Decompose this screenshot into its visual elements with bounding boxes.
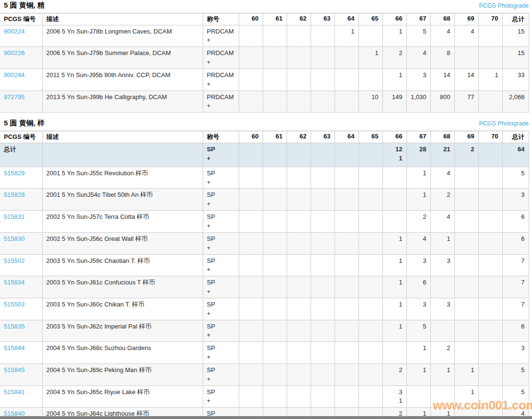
row-total: 6 — [502, 320, 529, 342]
totals-grade-69: 2 — [454, 143, 478, 167]
pcgs-number-cell: 515831 — [0, 211, 42, 233]
pcgs-number-link[interactable]: 972795 — [4, 93, 24, 101]
grade-count-60 — [239, 342, 263, 364]
pcgs-number-link[interactable]: 515844 — [4, 344, 24, 351]
grade-count-70 — [478, 254, 502, 276]
grade-count-69: 1 — [454, 363, 478, 385]
pcgs-number-link[interactable]: 515835 — [4, 323, 24, 330]
row-total: 7 — [502, 254, 529, 276]
pcgs-number-link[interactable]: 515845 — [4, 366, 24, 374]
col-header-grade-65: 65 — [359, 13, 382, 25]
grade-count-67: 1,030 — [406, 91, 430, 113]
grade-count-60 — [239, 91, 263, 113]
grade-count-60 — [239, 189, 263, 211]
grade-count-69 — [454, 167, 478, 189]
grade-count-62 — [287, 385, 311, 408]
grade-count-70 — [478, 385, 502, 408]
grade-count-69: 77 — [454, 91, 478, 113]
grade-count-60 — [239, 167, 263, 189]
col-header-grade-65: 65 — [359, 131, 382, 143]
designation-cell: PRDCAM+ — [203, 47, 239, 69]
row-total: 5 — [502, 167, 529, 189]
population-report-page: 5 圆 黄铜, 精 PCGS Photograde PCGS 编号描述称号606… — [0, 0, 532, 419]
grade-count-66: 1 — [382, 232, 406, 254]
totals-grade-62 — [287, 143, 311, 167]
designation-cell: SP+ — [203, 298, 239, 320]
photograde-link-specimen[interactable]: PCGS Photograde — [479, 121, 529, 127]
grade-count-64 — [335, 47, 359, 69]
col-header-grade-66: 66 — [382, 131, 406, 143]
row-total: 6 — [502, 211, 529, 233]
grade-count-61 — [263, 298, 287, 320]
row-total: 15 — [502, 25, 529, 47]
row-total: 5 — [502, 363, 529, 385]
grade-count-60 — [239, 47, 263, 69]
section-proof: 5 圆 黄铜, 精 PCGS Photograde PCGS 编号描述称号606… — [0, 1, 532, 113]
pcgs-number-link[interactable]: 515831 — [4, 213, 24, 220]
grade-count-60 — [239, 320, 263, 342]
pcgs-number-link[interactable]: 515834 — [4, 279, 24, 286]
grade-count-63 — [311, 189, 335, 211]
coin-description: 2001 5 Yn SunJ54c Tibet 50th An 样币 — [42, 189, 203, 211]
horizontal-scrollbar[interactable] — [0, 416, 532, 419]
grade-count-68: 8 — [430, 47, 454, 69]
designation-cell: SP+ — [203, 189, 239, 211]
pcgs-number-link[interactable]: 515503 — [4, 301, 24, 308]
pcgs-number-link[interactable]: 515828 — [4, 191, 24, 198]
coin-description: 2001 5 Yn Sun-J55c Revolution 样币 — [42, 167, 203, 189]
section-title-specimen: 5 圆 黄铜, 样 — [4, 119, 45, 127]
grade-count-60 — [239, 276, 263, 298]
grade-count-63 — [311, 276, 335, 298]
grade-count-70 — [478, 211, 502, 233]
pcgs-number-link[interactable]: 900224 — [4, 28, 24, 35]
pcgs-number-link[interactable]: 900244 — [4, 71, 24, 79]
grade-count-64 — [335, 211, 359, 233]
grade-count-69 — [454, 232, 478, 254]
grade-count-66 — [382, 189, 406, 211]
grade-count-63 — [311, 385, 335, 408]
table-row: 5158312002 5 Yn Sun-J57c Terra Cotta 样币S… — [0, 211, 529, 233]
col-header-grade-70: 70 — [478, 131, 502, 143]
grade-count-63 — [311, 91, 335, 113]
pcgs-number-link[interactable]: 515829 — [4, 170, 24, 177]
table-row: 9002262006 5 Yn Sun-J79b Summer Palace, … — [0, 47, 529, 69]
grade-count-70 — [478, 232, 502, 254]
grade-count-60 — [239, 363, 263, 385]
pcgs-number-cell: 515502 — [0, 254, 42, 276]
pcgs-number-link[interactable]: 515502 — [4, 257, 24, 264]
grade-count-66: 2 — [382, 363, 406, 385]
coin-description: 2011 5 Yn Sun-J95b 90th Anniv. CCP, DCAM — [42, 68, 203, 91]
grade-count-62 — [287, 232, 311, 254]
designation-cell: PRDCAM+ — [203, 91, 239, 113]
grade-count-62 — [287, 211, 311, 233]
col-header-description: 描述 — [42, 131, 203, 143]
grade-count-64 — [335, 276, 359, 298]
grade-count-66 — [382, 167, 406, 189]
grade-count-66: 2 — [382, 47, 406, 69]
grade-count-62 — [287, 189, 311, 211]
grade-count-68: 2 — [430, 342, 454, 364]
grade-count-70 — [478, 91, 502, 113]
grade-count-63 — [311, 232, 335, 254]
grade-count-69 — [454, 276, 478, 298]
pcgs-number-link[interactable]: 515830 — [4, 235, 24, 242]
grade-count-68: 1 — [430, 232, 454, 254]
grade-count-69: 4 — [454, 25, 478, 47]
grade-count-64 — [335, 189, 359, 211]
pcgs-number-link[interactable]: 900226 — [4, 49, 24, 57]
grade-count-69: 14 — [454, 68, 478, 91]
grade-count-61 — [263, 342, 287, 364]
grade-count-68: 4 — [430, 25, 454, 47]
grade-count-67: 6 — [406, 276, 430, 298]
grade-count-65 — [359, 254, 382, 276]
col-header-grade-61: 61 — [263, 131, 287, 143]
photograde-link-proof[interactable]: PCGS Photograde — [479, 3, 529, 10]
pcgs-number-cell: 972795 — [0, 91, 42, 113]
grade-count-62 — [287, 342, 311, 364]
grade-count-69 — [454, 298, 478, 320]
pcgs-number-cell: 515834 — [0, 276, 42, 298]
pcgs-number-link[interactable]: 515841 — [4, 388, 24, 396]
col-header-grade-62: 62 — [287, 13, 311, 25]
grade-count-62 — [287, 25, 311, 47]
col-header-grade-68: 68 — [430, 131, 454, 143]
